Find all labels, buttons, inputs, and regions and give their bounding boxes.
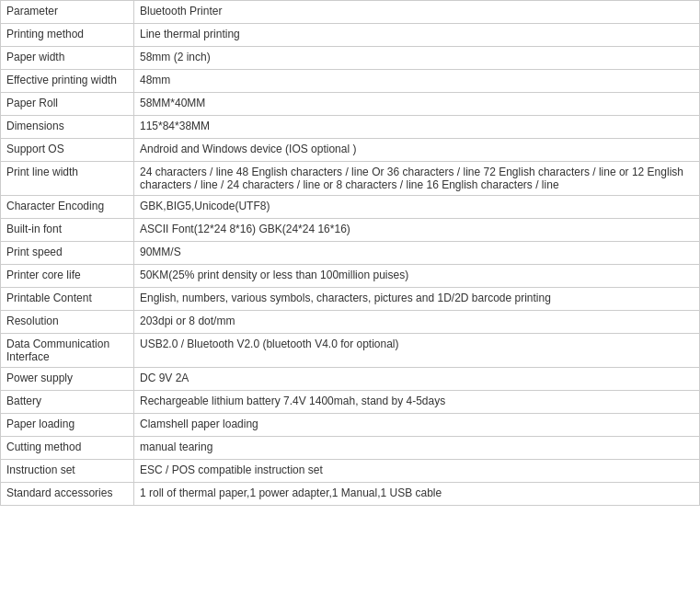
row-value: GBK,BIG5,Unicode(UTF8) [134,196,700,218]
row-value: Rechargeable lithium battery 7.4V 1400ma… [134,391,700,413]
row-value: 90MM/S [134,242,700,264]
table-row: Dimensions115*84*38MM [1,116,700,139]
table-row: Resolution203dpi or 8 dot/mm [1,311,700,334]
row-label: Printing method [1,24,134,46]
row-label: Printable Content [1,288,134,310]
table-row: Effective printing width48mm [1,70,700,93]
row-label: Printer core life [1,265,134,287]
table-row: Instruction setESC / POS compatible inst… [1,460,700,483]
row-label: Resolution [1,311,134,333]
row-label: Print line width [1,162,134,195]
row-value: 58mm (2 inch) [134,47,700,69]
row-label: Paper width [1,47,134,69]
row-label: Character Encoding [1,196,134,218]
row-label: Battery [1,391,134,413]
row-label: Parameter [1,1,134,23]
table-row: Paper Roll58MM*40MM [1,93,700,116]
row-value: Clamshell paper loading [134,414,700,436]
table-row: Power supplyDC 9V 2A [1,368,700,391]
row-value: ASCII Font(12*24 8*16) GBK(24*24 16*16) [134,219,700,241]
row-value: ESC / POS compatible instruction set [134,460,700,482]
table-row: Paper loadingClamshell paper loading [1,414,700,437]
row-value: English, numbers, various symbols, chara… [134,288,700,310]
row-label: Dimensions [1,116,134,138]
row-label: Paper loading [1,414,134,436]
row-value: Bluetooth Printer [134,1,700,23]
row-label: Built-in font [1,219,134,241]
row-value: 203dpi or 8 dot/mm [134,311,700,333]
table-row: BatteryRechargeable lithium battery 7.4V… [1,391,700,414]
row-label: Standard accessories [1,483,134,505]
row-label: Print speed [1,242,134,264]
table-row: Character EncodingGBK,BIG5,Unicode(UTF8) [1,196,700,219]
table-row: Standard accessories1 roll of thermal pa… [1,483,700,506]
row-value: 1 roll of thermal paper,1 power adapter,… [134,483,700,505]
row-label: Power supply [1,368,134,390]
table-row: Paper width58mm (2 inch) [1,47,700,70]
table-row: Cutting methodmanual tearing [1,437,700,460]
row-label: Data Communication Interface [1,334,134,367]
table-row: Print speed90MM/S [1,242,700,265]
table-row: Built-in fontASCII Font(12*24 8*16) GBK(… [1,219,700,242]
row-value: 50KM(25% print density or less than 100m… [134,265,700,287]
table-row: Printable ContentEnglish, numbers, vario… [1,288,700,311]
table-row: ParameterBluetooth Printer [1,1,700,24]
row-label: Paper Roll [1,93,134,115]
row-label: Support OS [1,139,134,161]
row-value: Android and Windows device (IOS optional… [134,139,700,161]
table-row: Printer core life50KM(25% print density … [1,265,700,288]
row-value: DC 9V 2A [134,368,700,390]
row-value: 48mm [134,70,700,92]
table-row: Data Communication InterfaceUSB2.0 / Blu… [1,334,700,368]
table-row: Support OSAndroid and Windows device (IO… [1,139,700,162]
row-value: 24 characters / line 48 English characte… [134,162,700,195]
row-value: 58MM*40MM [134,93,700,115]
row-label: Cutting method [1,437,134,459]
table-row: Printing methodLine thermal printing [1,24,700,47]
row-value: 115*84*38MM [134,116,700,138]
row-value: Line thermal printing [134,24,700,46]
table-row: Print line width24 characters / line 48 … [1,162,700,196]
row-value: manual tearing [134,437,700,459]
row-label: Instruction set [1,460,134,482]
row-value: USB2.0 / Bluetooth V2.0 (bluetooth V4.0 … [134,334,700,367]
row-label: Effective printing width [1,70,134,92]
spec-table: ParameterBluetooth PrinterPrinting metho… [0,0,700,506]
